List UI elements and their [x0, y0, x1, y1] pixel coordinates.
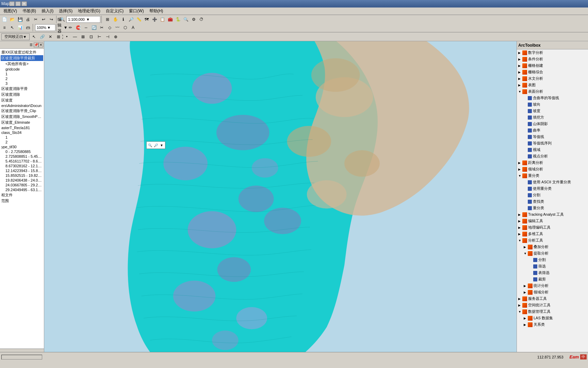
toolbox-item-t7h[interactable]: 等值线序列 [517, 140, 588, 147]
layer-item-layer13[interactable]: 区坡度消除_SmoothPolyg [1, 114, 43, 120]
move-button[interactable]: ↔ [82, 24, 90, 31]
layer-item-layer11[interactable]: ers\Administrator\Docun [1, 103, 43, 108]
panel-close-button[interactable]: ✕ [38, 43, 43, 47]
menu-item-h[interactable]: 帮助(H) [147, 7, 166, 15]
mini-zoom-in[interactable]: 🔍 [147, 142, 153, 148]
toolbox-item-t5[interactable]: ▶ 水文分析 [517, 75, 588, 82]
menu-item-i[interactable]: 插入(I) [39, 7, 56, 15]
toolbox-item-t1[interactable]: ▶ 数字分析 [517, 49, 588, 56]
python-button[interactable]: 🐍 [174, 16, 182, 23]
layer-item-layer12[interactable]: 区坡度消除平滑_Clip [1, 108, 43, 114]
layer-item-layer16[interactable]: class_Slo34 [1, 130, 43, 135]
sc-select-button[interactable]: ↖ [30, 33, 38, 41]
menu-item-s[interactable]: 选择(S) [56, 7, 75, 15]
layer-item-layer7[interactable]: 3 [1, 81, 43, 86]
toolbox-item-t7g[interactable]: 等值线 [517, 134, 588, 140]
maximize-button[interactable]: □ [15, 1, 21, 6]
layer-item-layer10[interactable]: 区坡度 [1, 97, 43, 103]
save-button[interactable]: 💾 [16, 16, 24, 23]
toolbox-item-t2[interactable]: ▶ 条件分析 [517, 56, 588, 62]
sc-rotate-button[interactable]: ⊢ [96, 33, 103, 41]
time-slider-button[interactable]: ⏱ [198, 16, 205, 23]
sc-line-button[interactable]: — [71, 33, 79, 41]
toolbox-item-t7e[interactable]: 山体阴影 [517, 121, 588, 127]
layer-item-layer15[interactable]: asterT_Recla181 [1, 125, 43, 130]
layer-item-layer19[interactable]: ype_tif30 [1, 144, 43, 149]
identify-button[interactable]: ℹ [119, 16, 127, 23]
zoom-percent-input[interactable]: 100% ▼ [35, 24, 55, 31]
toolbox-item-t7f[interactable]: 曲率 [517, 127, 588, 134]
layer-item-layer20[interactable]: 0 - 2.72580885 [1, 149, 43, 154]
toolbox-item-t15b4[interactable]: 裁剪 [517, 276, 588, 282]
left-panel-scrollbar[interactable] [0, 349, 44, 352]
spatial-correction-dropdown[interactable]: 空间校正(I)▼ [1, 33, 30, 40]
layer-item-layer4[interactable]: gridcode [1, 67, 43, 72]
sc-table-button[interactable]: ⊣ [104, 33, 111, 41]
map-mini-toolbar[interactable]: 🔍 🔎 ▼ [146, 141, 165, 149]
cut-button[interactable]: ✂ [32, 16, 39, 23]
toolbox-item-t14[interactable]: ▶ 多维工具 [517, 231, 588, 237]
toolbox-item-t18a[interactable]: ▶ LAS 数据集 [517, 315, 588, 321]
layer-item-layer18[interactable]: 2 [1, 140, 43, 144]
toolbox-item-t15[interactable]: ▼ 分析工具 [517, 237, 588, 244]
toolbox-item-t6[interactable]: ▶ 表图 [517, 82, 588, 88]
layer-item-layer26[interactable]: 19.82406438 - 24.036672 [1, 178, 43, 183]
toolbox-item-t10[interactable]: ▼ 重分类 [517, 172, 588, 179]
annotation-button[interactable]: A [129, 24, 137, 31]
toolbox-item-t16[interactable]: ▶ 服务器工具 [517, 295, 588, 302]
toolbox-item-t4[interactable]: ▶ 栅格综合 [517, 69, 588, 75]
sc-grid-button[interactable]: ⊞ [55, 33, 62, 41]
layer-item-layer17[interactable]: 1 [1, 135, 43, 140]
toolbox-item-t7j[interactable]: 视点分析 [517, 153, 588, 159]
toolbox-item-t15b3[interactable]: 表筛选 [517, 270, 588, 276]
layer-item-layer30[interactable]: 范围 [1, 198, 43, 204]
toolbox-item-t10a[interactable]: 使用 ASCII 文件重分类 [517, 179, 588, 185]
mini-zoom-out[interactable]: 🔎 [153, 142, 159, 148]
vertex-tool[interactable]: ◇ [106, 24, 113, 31]
sc-point-button[interactable]: • [63, 33, 70, 41]
toolbox-item-t13[interactable]: ▶ 地理编码工具 [517, 224, 588, 231]
layer-item-layer2[interactable]: 区坡度消除平滑裁剪 [1, 55, 43, 61]
toolbox-item-t3[interactable]: ▶ 栅格创建 [517, 62, 588, 69]
toolbox-item-t10e[interactable]: 重分类 [517, 205, 588, 211]
toolbox-item-t12[interactable]: ▶ 编辑工具 [517, 218, 588, 224]
close-button[interactable]: ✕ [21, 1, 27, 6]
catalog-button[interactable]: 📋 [159, 16, 166, 23]
split-button[interactable]: ✂ [98, 24, 105, 31]
toolbox-item-t9[interactable]: ▶ 领域分析 [517, 166, 588, 172]
layer-item-layer24[interactable]: 12.14223943 - 15.859252 [1, 168, 43, 173]
snapping-button[interactable]: 🧲 [75, 24, 82, 31]
layer-item-layer23[interactable]: 8.673028162 - 12.142235 [1, 164, 43, 168]
toolbox-item-t18[interactable]: ▼ 数据管理工具 [517, 308, 588, 315]
toolbox-item-t15c[interactable]: ▶ 统计分析 [517, 282, 588, 289]
find-button[interactable]: 🔎 [127, 16, 135, 23]
layer-item-layer14[interactable]: 区坡度_Eliminate [1, 120, 43, 125]
geoprocessing-button[interactable]: ⚙ [190, 16, 197, 23]
layer-item-layer29[interactable]: 程文件 [1, 192, 43, 198]
toolbox-item-t7d[interactable]: 填挖方 [517, 114, 588, 121]
search-button[interactable]: 🔍 [182, 16, 190, 23]
arctoolbox-button[interactable]: 🧰 [166, 16, 174, 23]
layer-item-layer22[interactable]: 5.4516117702 - 8.6730282 [1, 159, 43, 164]
topology-button[interactable]: ⬡ [121, 24, 129, 31]
add-data-button[interactable]: ➕ [151, 16, 158, 23]
pan-button[interactable]: ✋ [112, 16, 119, 23]
menu-item-w[interactable]: 窗口(W) [126, 7, 146, 15]
sc-link-button[interactable]: 🔗 [38, 33, 46, 41]
layer-item-layer21[interactable]: 2.725808851 - 5.4516172 [1, 154, 43, 159]
print-button[interactable]: 🖨 [24, 16, 32, 23]
menu-item-b[interactable]: 书签(B) [20, 7, 39, 15]
toolbox-item-t8[interactable]: ▶ 距离分析 [517, 159, 588, 166]
layer-item-layer27[interactable]: 24.03667805 - 29.240494 [1, 183, 43, 187]
toolbox-item-t15b[interactable]: ▼ 提取分析 [517, 250, 588, 257]
sketch-tool[interactable]: ✏ [67, 24, 74, 31]
toolbox-item-t7i[interactable]: 视域 [517, 147, 588, 153]
layer-item-layer6[interactable]: 2 [1, 76, 43, 81]
toolbox-item-t7b[interactable]: 坡向 [517, 101, 588, 108]
minimize-button[interactable]: ─ [9, 1, 15, 6]
new-map-button[interactable]: 📄 [1, 16, 8, 23]
redo-button[interactable]: ↪ [48, 16, 55, 23]
toolbox-item-t10b[interactable]: 使用重分类 [517, 185, 588, 192]
menu-item-c[interactable]: 自定义(C) [103, 7, 127, 15]
toolbox-item-t7c[interactable]: 坡度 [517, 108, 588, 114]
